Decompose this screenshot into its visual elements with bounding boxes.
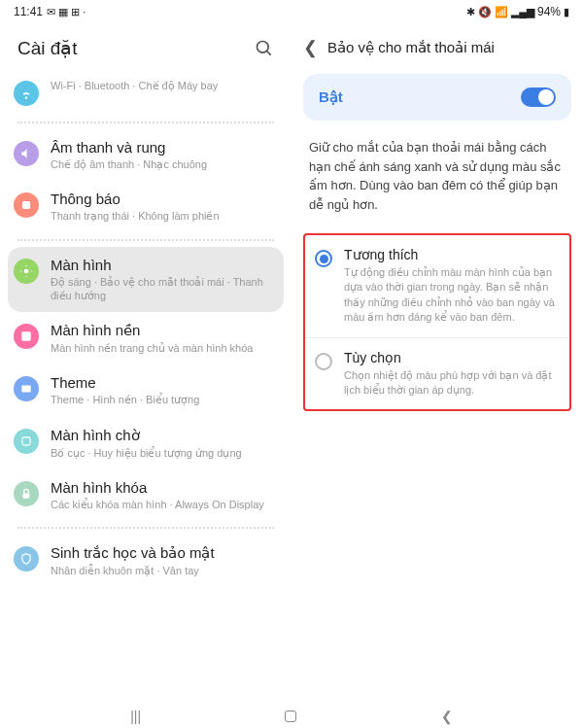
setting-item-biometrics[interactable]: Sinh trắc học và bảo mậtNhân diễn khuôn … (8, 535, 284, 587)
svg-rect-2 (22, 201, 30, 209)
radio-checked-icon (315, 250, 332, 267)
navigation-bar: ||| ❮ (0, 704, 583, 728)
svg-point-3 (24, 268, 29, 273)
shield-icon (14, 546, 39, 572)
theme-icon (14, 376, 39, 401)
sound-icon (14, 141, 39, 166)
nav-recent-button[interactable]: ||| (130, 709, 141, 724)
nav-back-button[interactable]: ❮ (441, 709, 453, 724)
detail-title: Bảo vệ cho mắt thoải mái (327, 39, 495, 56)
status-time: 11:41 (14, 5, 43, 18)
detail-pane: ❮ Bảo vệ cho mắt thoải mái Bật Giữ cho m… (292, 23, 583, 704)
toggle-switch[interactable] (521, 87, 556, 107)
svg-rect-7 (23, 493, 30, 498)
settings-title: Cài đặt (17, 37, 78, 59)
search-icon[interactable] (255, 39, 274, 58)
nav-home-button[interactable] (285, 711, 296, 722)
setting-item-lockscreen[interactable]: Màn hình khóaCác kiểu khóa màn hình · Al… (8, 469, 284, 521)
setting-item-homescreen[interactable]: Màn hình chờBố cục · Huy hiệu biểu tượng… (8, 417, 284, 469)
setting-item-display[interactable]: Màn hìnhĐộ sáng · Bảo vệ cho mắt thoải m… (8, 247, 284, 313)
lock-icon (14, 481, 39, 506)
mode-radio-group: Tương thíchTự động điều chỉnh màu màn hì… (303, 233, 571, 411)
svg-point-0 (257, 41, 269, 52)
battery-icon: ▮ (564, 6, 569, 18)
svg-rect-5 (21, 386, 30, 393)
master-toggle-row[interactable]: Bật (303, 74, 571, 121)
radio-unchecked-icon (315, 353, 332, 370)
svg-line-1 (267, 51, 271, 54)
setting-item-theme[interactable]: ThemeTheme · Hình nền · Biểu tượng (8, 364, 284, 416)
radio-option-adaptive[interactable]: Tương thíchTự động điều chỉnh màu màn hì… (305, 235, 569, 337)
status-app-icons: ✉ ▦ ⊞ · (47, 6, 86, 18)
status-bar: 11:41 ✉ ▦ ⊞ · ✱ 🔇 📶 ▂▄▆ 94% ▮ (0, 0, 583, 23)
mute-icon: 🔇 (478, 6, 492, 18)
svg-rect-4 (21, 332, 30, 341)
wifi-icon: 📶 (495, 6, 508, 18)
settings-list[interactable]: Wi-Fi · Bluetooth · Chế độ Máy bay Âm th… (0, 69, 292, 704)
back-icon[interactable]: ❮ (303, 37, 318, 58)
wallpaper-icon (14, 324, 39, 349)
settings-pane: Cài đặt Wi-Fi · Bluetooth · Chế độ Máy b… (0, 23, 292, 704)
feature-description: Giữ cho mắt của bạn thoải mái bằng cách … (292, 126, 583, 225)
svg-rect-6 (22, 437, 30, 445)
wifi-category-icon (14, 81, 39, 106)
setting-item-notifications[interactable]: Thông báoThanh trạng thái · Không làm ph… (8, 181, 284, 232)
bluetooth-icon: ✱ (466, 6, 475, 18)
radio-option-custom[interactable]: Tùy chọnChọn nhiệt độ màu phù hợp với bạ… (305, 337, 569, 410)
setting-item-connections[interactable]: Wi-Fi · Bluetooth · Chế độ Máy bay (8, 69, 284, 116)
notification-icon (14, 192, 39, 218)
toggle-label: Bật (319, 88, 343, 106)
setting-item-wallpaper[interactable]: Màn hình nềnMàn hình nền trang chủ và mà… (8, 312, 284, 364)
battery-percent: 94% (537, 5, 561, 18)
setting-item-sound[interactable]: Âm thanh và rungChế độ âm thanh · Nhạc c… (8, 129, 284, 181)
display-icon (14, 259, 39, 284)
homescreen-icon (14, 429, 39, 454)
signal-icon: ▂▄▆ (511, 6, 534, 18)
